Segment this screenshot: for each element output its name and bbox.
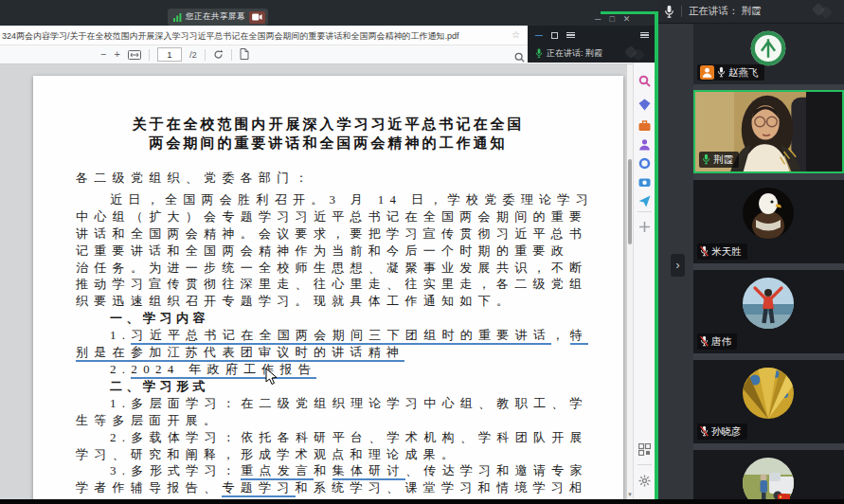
qr-code-icon[interactable] xyxy=(638,442,651,455)
rotate-icon[interactable] xyxy=(213,46,224,63)
participant-tile[interactable]: 孙晓彦 xyxy=(693,360,844,443)
panel-gutter: › xyxy=(658,24,693,499)
document-line: 1.习近平总书记在全国两会期间三下团组时的重要讲话，特 xyxy=(76,327,592,344)
document-line: 讲话和全国两会精神。会议要求，要把学习宣传贯彻习近平总书 xyxy=(76,225,592,243)
document-line: 学习、研究和阐释，形成学术观点和理论成果。 xyxy=(76,446,592,463)
maximize-button[interactable]: □ xyxy=(609,14,614,24)
meeting-floating-bar: ─ 正在讲话: 荆霞 xyxy=(528,26,655,63)
screen-share-banner: 您正在共享屏幕 xyxy=(168,9,268,26)
float-minimize-button[interactable]: ─ xyxy=(535,30,543,40)
participant-name-label: 赵燕飞 xyxy=(697,64,764,81)
mic-muted-icon xyxy=(700,335,709,347)
document-line: 近日，全国两会胜利召开。3 月 14 日，学校党委理论学习 xyxy=(76,191,592,208)
signal-bars-icon xyxy=(173,9,182,26)
annotation-underline: 特 xyxy=(570,328,588,345)
participant-name: 米天胜 xyxy=(711,245,742,259)
participant-tile[interactable] xyxy=(693,450,844,499)
float-maximize-button[interactable] xyxy=(551,32,558,39)
document-line: 学者作辅导报告、专题学习和系统学习、课堂学习和情境学习相 xyxy=(76,479,592,496)
search-icon[interactable] xyxy=(638,74,651,86)
participant-name: 赵燕飞 xyxy=(728,66,759,80)
sidebar-divider xyxy=(637,464,652,465)
meeting-app-window: 您正在共享屏幕 ─ □ ✕ 324两会内容学习/关于在全校范围内开展深入学习习近… xyxy=(0,0,844,504)
host-person-badge-icon xyxy=(700,65,714,80)
close-button[interactable]: ✕ xyxy=(623,14,631,24)
mic-muted-icon xyxy=(700,425,709,437)
document-title-line2: 两会期间的重要讲话和全国两会精神的工作通知 xyxy=(33,135,623,153)
participant-tiles: 赵燕飞荆霞米天胜唐伟孙晓彦 xyxy=(693,0,844,504)
send-icon[interactable] xyxy=(638,194,651,207)
participant-name: 唐伟 xyxy=(711,335,731,349)
zoom-in-button[interactable]: + xyxy=(114,49,119,60)
document-title-line1: 关于在全校范围内开展深入学习习近平总书记在全国 xyxy=(33,116,623,135)
participant-tile[interactable]: 赵燕飞 xyxy=(693,24,844,84)
participant-name-label: 米天胜 xyxy=(697,243,747,260)
document-line: 各二级党组织、党委各部门： xyxy=(76,170,592,187)
float-mic-icon xyxy=(535,45,543,63)
float-layout-icon[interactable] xyxy=(640,32,649,39)
scrollbar-thumb[interactable] xyxy=(628,159,632,244)
participant-name-label: 荆霞 xyxy=(699,152,739,168)
add-icon[interactable] xyxy=(638,220,651,232)
browser-title-bar: 您正在共享屏幕 ─ □ ✕ xyxy=(0,0,655,26)
participant-name-label: 唐伟 xyxy=(697,333,737,350)
mouse-cursor xyxy=(265,368,278,389)
raised-arms-avatar xyxy=(743,278,794,329)
sidebar-divider xyxy=(637,211,652,212)
zoom-out-button[interactable]: − xyxy=(100,49,106,60)
annotation-underline: 专题学习 xyxy=(222,480,295,497)
app-watermark-logo xyxy=(626,47,649,61)
participant-name: 荆霞 xyxy=(713,153,733,167)
settings-gear-icon[interactable] xyxy=(638,474,651,486)
minimize-button[interactable]: ─ xyxy=(595,14,601,24)
ginkgo-avatar xyxy=(743,368,794,419)
annotation-underline: 习近平总书记在全国两会期间三下团组时的重要讲话 xyxy=(131,328,551,345)
pdf-filename: 324两会内容学习/关于在全校范围内开展深入学习习近平总书记在全国两会期间的重要… xyxy=(2,30,507,43)
document-tools-icon[interactable] xyxy=(240,46,249,63)
document-line: 2.2024 年政府工作报告 xyxy=(76,361,592,378)
participant-name: 孙晓彦 xyxy=(711,425,742,439)
mic-icon xyxy=(717,66,726,78)
screen-bottom-edge xyxy=(0,499,844,504)
document-heading: 一、学习内容 xyxy=(76,310,592,327)
document-line: 2.多载体学习：依托各科研平台、学术机构、学科团队开展 xyxy=(76,429,592,446)
document-body: 各二级党组织、党委各部门：近日，全国两会胜利召开。3 月 14 日，学校党委理论… xyxy=(76,170,592,496)
float-menu-icon[interactable] xyxy=(566,32,575,39)
gem-icon[interactable] xyxy=(638,98,651,110)
annotation-underline: 集体研讨 xyxy=(332,463,405,480)
browser-sidebar xyxy=(633,26,655,499)
toolbox-icon[interactable] xyxy=(638,118,651,131)
document-line: 3.多形式学习：重点发言和集体研讨、传达学习和邀请专家 xyxy=(76,462,592,479)
document-line: 1.多层面学习：在二级党组织理论学习中心组、教职工、学 xyxy=(76,395,592,412)
document-line: 中心组（扩大）会专题学习习近平总书记在全国两会期间的重要 xyxy=(76,208,592,225)
logo-avatar xyxy=(750,30,786,66)
stop-camera-button[interactable] xyxy=(249,11,265,24)
ring-icon[interactable] xyxy=(638,156,651,169)
page-number-input[interactable]: 1 xyxy=(157,47,182,62)
share-banner-label: 您正在共享屏幕 xyxy=(186,11,245,23)
document-line: 记重要讲话和全国两会精神作为当前和今后一个时期的重要政 xyxy=(76,243,592,260)
eagle-avatar xyxy=(743,188,794,239)
participant-name-label: 孙晓彦 xyxy=(697,423,747,440)
participant-tile[interactable]: 荆霞 xyxy=(693,90,844,173)
fit-width-icon[interactable] xyxy=(128,46,141,63)
annotation-underline: 2024 年政府工作报告 xyxy=(131,362,316,379)
bookmark-star-icon[interactable]: ☆ xyxy=(512,29,520,40)
mic-muted-icon xyxy=(700,245,709,257)
browser-window-controls: ─ □ ✕ xyxy=(595,14,630,24)
collapse-panel-button[interactable]: › xyxy=(671,254,685,277)
page-total-label: /2 xyxy=(189,49,197,60)
participant-tile[interactable]: 唐伟 xyxy=(693,270,844,353)
speaker-mic-icon xyxy=(664,5,674,19)
pdf-viewport: 关于在全校范围内开展深入学习习近平总书记在全国 两会期间的重要讲话和全国两会精神… xyxy=(0,64,627,499)
profile-icon[interactable] xyxy=(638,137,651,150)
document-line: 推动学习宣传贯彻往深里走、往心里走、往实里走，各二级党组 xyxy=(76,276,592,293)
document-line: 治任务。为进一步统一全校师生思想、凝聚事业发展共识，不断 xyxy=(76,260,592,277)
participant-tile[interactable]: 米天胜 xyxy=(693,180,844,263)
document-page: 关于在全校范围内开展深入学习习近平总书记在全国 两会期间的重要讲话和全国两会精神… xyxy=(33,76,623,499)
document-line: 织要迅速组织召开专题学习。现就具体工作通知如下。 xyxy=(76,293,592,310)
share-border-right xyxy=(655,11,658,499)
mic-icon xyxy=(702,153,710,165)
participant-panel: 正在讲话： 荆霞 › 赵燕飞荆霞米天胜唐伟孙晓彦 xyxy=(658,0,844,504)
camera-app-icon[interactable] xyxy=(638,175,651,188)
